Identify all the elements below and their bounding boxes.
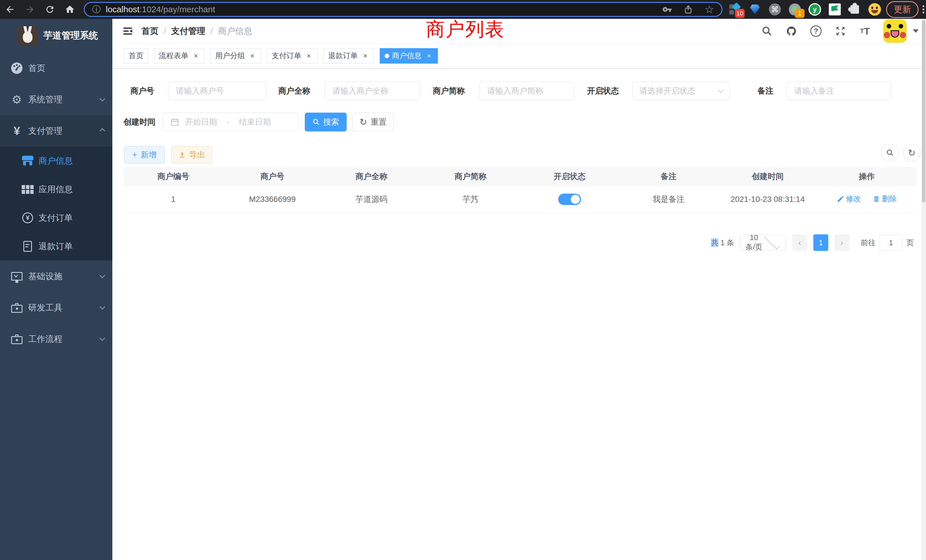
goto-page-input[interactable] — [879, 235, 902, 251]
briefcase-icon — [11, 333, 23, 345]
browser-menu-icon[interactable] — [923, 4, 924, 15]
close-icon[interactable]: × — [192, 52, 200, 60]
status-toggle[interactable] — [558, 194, 581, 205]
dashboard-icon — [11, 62, 23, 74]
prev-page-button[interactable]: ‹ — [792, 235, 807, 251]
sidebar-item-app-info[interactable]: 应用信息 — [0, 175, 112, 204]
avatar-caret-icon[interactable] — [913, 29, 918, 33]
search-icon — [312, 118, 320, 126]
extension-command-icon[interactable]: ⌘ — [769, 3, 781, 16]
close-icon[interactable]: × — [425, 52, 433, 60]
tab-home[interactable]: 首页 — [124, 48, 148, 64]
user-avatar[interactable] — [883, 20, 906, 43]
page-number-1[interactable]: 1 — [813, 235, 828, 251]
back-icon[interactable] — [0, 4, 20, 15]
browser-profile-avatar[interactable] — [869, 3, 881, 16]
close-icon[interactable]: × — [305, 52, 313, 60]
download-icon — [179, 151, 186, 159]
reload-icon[interactable] — [40, 4, 60, 15]
export-button[interactable]: 导出 — [171, 146, 212, 163]
edit-link[interactable]: 修改 — [837, 194, 861, 204]
breadcrumb-payment[interactable]: 支付管理 — [171, 26, 205, 37]
date-range-picker[interactable]: 开始日期 - 结束日期 — [163, 113, 299, 132]
start-date-placeholder[interactable]: 开始日期 — [185, 117, 217, 127]
url-text: localhost:1024/pay/merchant — [106, 5, 215, 14]
pencil-icon — [837, 195, 844, 203]
extension-y-icon[interactable]: y — [808, 3, 821, 16]
page-size-select[interactable]: 10条/页 — [740, 235, 786, 251]
chevron-down-icon — [100, 272, 105, 278]
github-icon[interactable] — [785, 25, 798, 37]
collapse-sidebar-icon[interactable] — [121, 24, 135, 38]
tab-merchant-info[interactable]: 商户信息 × — [380, 48, 438, 64]
app-title: 芋道管理系统 — [43, 29, 98, 42]
add-button[interactable]: + 新增 — [124, 146, 165, 163]
sidebar-item-merchant-info[interactable]: 商户信息 — [0, 147, 112, 175]
extensions-puzzle-icon[interactable] — [849, 3, 861, 16]
tab-refund-orders[interactable]: 退款订单 × — [323, 48, 374, 64]
browser-update-button[interactable]: 更新 — [886, 1, 918, 18]
col-merchant-no: 商户号 — [223, 167, 322, 186]
password-key-icon[interactable] — [662, 5, 672, 14]
status-select[interactable]: 请选择开启状态 — [632, 82, 730, 100]
font-size-icon[interactable]: TT — [859, 25, 871, 37]
cell-created-at: 2021-10-23 08:31:14 — [718, 186, 817, 213]
scrollbar-thumb[interactable] — [922, 20, 925, 203]
refresh-icon: ↻ — [360, 118, 367, 127]
main-content: 商户号 商户全称 商户简称 开启状态 请选择开启状态 备注 创建时间 开始日期 … — [112, 68, 926, 560]
forward-icon[interactable] — [20, 4, 40, 15]
sidebar-item-infrastructure[interactable]: 基础设施 — [0, 260, 112, 292]
help-icon[interactable]: ? — [809, 25, 822, 37]
address-bar[interactable]: ⓘ localhost:1024/pay/merchant ☆ — [84, 2, 722, 17]
full-name-input[interactable] — [325, 82, 420, 100]
extensions-area: 10 ⌘ 1 y — [729, 3, 881, 16]
share-icon[interactable] — [683, 5, 693, 14]
end-date-placeholder[interactable]: 结束日期 — [239, 117, 271, 127]
reset-button[interactable]: ↻ 重置 — [353, 113, 394, 132]
document-icon — [21, 240, 34, 253]
sidebar-item-payment-orders[interactable]: ¥ 支付订单 — [0, 204, 112, 232]
delete-link[interactable]: 删除 — [873, 194, 897, 204]
sidebar-item-system[interactable]: ⚙ 系统管理 — [0, 84, 112, 115]
remark-input[interactable] — [787, 82, 891, 100]
bookmark-star-icon[interactable]: ☆ — [705, 4, 714, 15]
home-icon[interactable] — [60, 4, 80, 15]
search-button[interactable]: 搜索 — [305, 113, 346, 132]
extension-notifications-icon[interactable]: 10 — [729, 3, 741, 16]
tab-process-form[interactable]: 流程表单 × — [154, 48, 205, 64]
app-header: 首页 / 支付管理 / 商户信息 ? TT — [112, 19, 926, 43]
short-name-input[interactable] — [480, 82, 574, 100]
chevron-down-icon — [718, 88, 723, 93]
close-icon[interactable]: × — [361, 52, 369, 60]
tab-payment-orders[interactable]: 支付订单 × — [267, 48, 318, 64]
extension-counter-icon[interactable]: 1 — [788, 3, 801, 16]
next-page-button[interactable]: › — [834, 235, 849, 251]
table-row: 1 M233666999 芋道源码 芋艿 我是备注 2021-10-23 08:… — [124, 186, 916, 213]
pagination: 共 1 条 10条/页 ‹ 1 › 前往 页 — [711, 235, 914, 251]
refresh-table-button[interactable]: ↻ — [903, 144, 921, 162]
sidebar-item-workflow[interactable]: 工作流程 — [0, 323, 112, 355]
fullscreen-icon[interactable] — [834, 25, 847, 37]
tab-user-group[interactable]: 用户分组 × — [210, 48, 261, 64]
extension-gem-icon[interactable] — [749, 3, 761, 16]
chevron-down-icon — [764, 234, 779, 250]
status-label: 开启状态 — [576, 82, 619, 100]
sidebar-item-refund-orders[interactable]: 退款订单 — [0, 232, 112, 260]
trash-icon — [873, 195, 880, 203]
grid-icon — [21, 183, 34, 195]
close-icon[interactable]: × — [248, 52, 256, 60]
merchant-no-input[interactable] — [168, 82, 266, 100]
page-scrollbar[interactable] — [921, 19, 926, 560]
plus-icon: + — [132, 150, 138, 160]
table-header-row: 商户编号 商户号 商户全称 商户简称 开启状态 备注 创建时间 操作 — [124, 167, 916, 186]
breadcrumb-home[interactable]: 首页 — [141, 26, 159, 37]
app-logo[interactable]: 芋道管理系统 — [0, 19, 112, 53]
sidebar-item-payment[interactable]: ¥ 支付管理 — [0, 115, 112, 147]
show-search-button[interactable] — [881, 144, 899, 162]
site-info-icon[interactable]: ⓘ — [92, 4, 101, 15]
extension-flag-icon[interactable] — [829, 3, 841, 16]
search-icon[interactable] — [761, 25, 773, 37]
sidebar-item-dev-tools[interactable]: 研发工具 — [0, 292, 112, 323]
sidebar-item-home[interactable]: 首页 — [0, 53, 112, 84]
short-name-label: 商户简称 — [421, 82, 465, 100]
